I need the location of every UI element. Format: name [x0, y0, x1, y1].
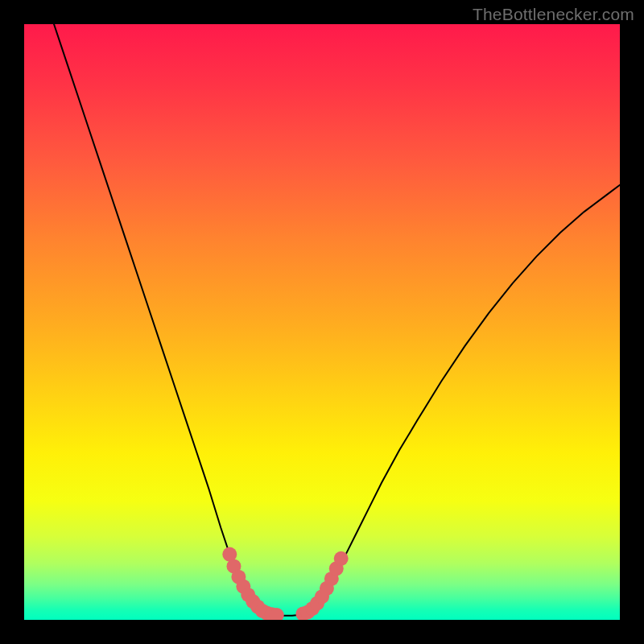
curve-left-curve [54, 24, 262, 613]
watermark-text: TheBottlenecker.com [473, 5, 634, 24]
curve-layer [24, 24, 620, 620]
marker-dot [334, 551, 349, 566]
plot-area [24, 24, 620, 620]
outer-frame: TheBottlenecker.com [0, 0, 644, 644]
curve-right-curve [322, 185, 620, 599]
